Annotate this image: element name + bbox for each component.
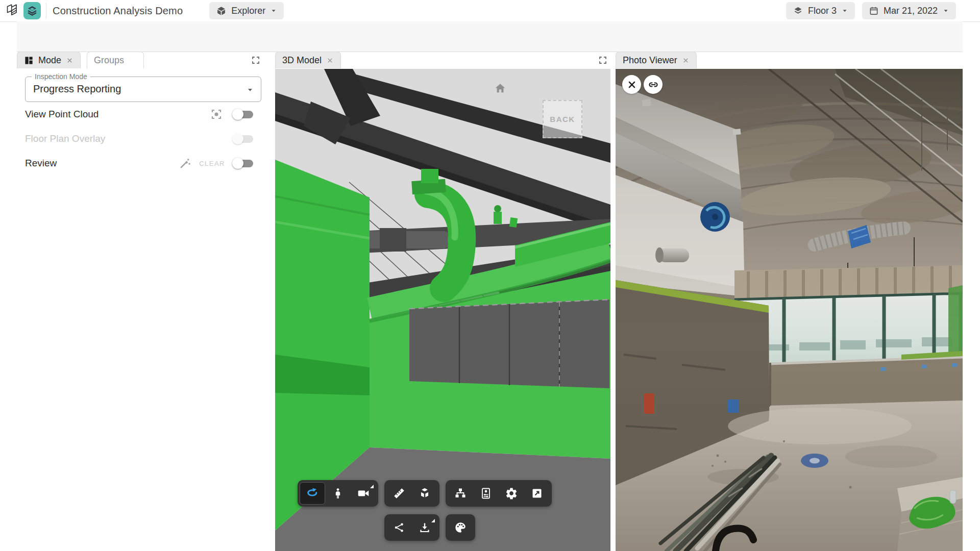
cube-icon [216,6,227,16]
date-select-label: Mar 21, 2022 [884,6,938,16]
photo-close-button[interactable] [622,75,641,94]
palette-tool-button[interactable] [448,516,473,539]
photo-panel-tabbar: Photo Viewer [616,52,963,69]
layers-icon [793,6,803,16]
link-icon [647,79,659,91]
page-title: Construction Analysis Demo [53,5,183,17]
home-view-button[interactable] [493,81,508,96]
flyout-indicator [370,485,374,488]
settings-tool-group [446,480,552,507]
measure-tool-button[interactable] [386,482,412,505]
first-person-icon [332,487,344,499]
dashboard-icon [24,56,34,65]
explode-model-icon [418,487,431,500]
tab-3d-model-label: 3D Model [282,55,322,66]
photo-panel: Photo Viewer [616,52,963,551]
close-icon [626,79,638,90]
photo-viewport[interactable] [616,69,963,551]
secondary-toolbar-strip [17,21,963,52]
floor-select-button[interactable]: Floor 3 [786,2,855,19]
floor-plan-overlay-row: Floor Plan Overlay [17,127,269,151]
tab-photo-viewer-label: Photo Viewer [623,55,677,66]
magic-wand-icon[interactable] [179,157,192,170]
flyout-indicator [431,519,435,522]
download-icon [419,521,431,534]
clear-button[interactable]: CLEAR [199,160,225,167]
gear-icon [505,487,518,500]
tab-photo-viewer[interactable]: Photo Viewer [616,52,697,68]
review-row: Review CLEAR [17,151,269,176]
model-structure-tool-button[interactable] [448,482,473,505]
chevron-down-icon [841,7,848,14]
tab-mode[interactable]: Mode [17,52,81,68]
review-toggle[interactable] [234,160,253,167]
back-button-label: BACK [550,115,575,123]
app-logo-teal[interactable] [23,2,41,19]
top-bar-right: Floor 3 Mar 21, 2022 [786,2,956,19]
explorer-menu-button[interactable]: Explorer [209,2,284,19]
measure-tool-group [384,480,439,507]
properties-icon [480,487,492,499]
tab-3d-model[interactable]: 3D Model [275,52,341,68]
measure-ruler-icon [393,487,406,500]
chevron-down-icon [270,7,277,14]
model-viewport[interactable]: BACK [275,69,610,551]
appearance-tool-group [446,514,475,541]
fullscreen-icon [531,487,543,499]
camera-tool-button[interactable] [351,482,376,505]
fullscreen-tool-button[interactable] [524,482,550,505]
view-point-cloud-toggle[interactable] [234,111,253,118]
inspection-mode-value: Progress Reporting [33,83,121,95]
folded-planes-logo-icon [6,4,20,18]
explode-tool-button[interactable] [412,482,437,505]
home-icon [493,81,508,96]
floor-select-label: Floor 3 [808,6,837,16]
navigation-tool-group [298,480,378,507]
palette-icon [454,521,467,534]
app-logo-outline[interactable] [4,2,21,19]
orbit-icon [306,487,319,500]
share-tool-button[interactable] [386,516,412,539]
calendar-icon [869,6,879,16]
bim-model-scene [275,69,610,551]
tab-mode-label: Mode [38,55,61,66]
view-point-cloud-row: View Point Cloud [17,102,269,127]
properties-tool-button[interactable] [473,482,499,505]
tab-groups[interactable]: Groups [87,52,144,68]
share-tool-group [384,514,439,541]
photo-link-button[interactable] [644,75,663,94]
chevron-down-icon [942,7,949,14]
mode-panel-content: Inspection Mode Progress Reporting View … [17,77,269,551]
orbit-tool-button[interactable] [300,482,325,505]
explorer-menu-label: Explorer [231,6,265,16]
date-select-button[interactable]: Mar 21, 2022 [862,2,956,19]
viewer-toolbar-secondary [384,514,475,541]
floor-plan-overlay-label: Floor Plan Overlay [25,133,105,144]
expand-icon[interactable] [251,56,260,65]
download-tool-button[interactable] [412,516,437,539]
mode-panel-tabbar: Mode Groups [17,52,269,69]
settings-tool-button[interactable] [499,482,524,505]
view-point-cloud-label: View Point Cloud [25,109,99,120]
header-divider [46,3,46,18]
close-icon[interactable] [682,57,690,64]
model-structure-icon [454,487,467,499]
focus-icon[interactable] [210,108,223,121]
back-button[interactable]: BACK [543,100,582,138]
close-icon[interactable] [326,57,334,64]
first-person-tool-button[interactable] [325,482,351,505]
expand-icon[interactable] [598,56,607,65]
model-panel-tabbar: 3D Model [275,52,610,69]
inspection-mode-select[interactable]: Inspection Mode Progress Reporting [25,77,261,102]
layered-stack-logo-icon [26,5,38,17]
construction-photo [616,69,963,551]
model-panel: 3D Model [275,52,610,551]
floor-plan-overlay-toggle[interactable] [234,135,253,143]
camera-icon [357,487,370,500]
inspection-mode-label: Inspection Mode [32,72,90,81]
close-icon[interactable] [66,57,74,64]
chevron-down-icon [246,86,254,94]
tab-groups-label: Groups [94,55,124,66]
top-bar: Construction Analysis Demo Explorer Floo… [0,0,980,22]
viewer-toolbar [298,480,552,507]
